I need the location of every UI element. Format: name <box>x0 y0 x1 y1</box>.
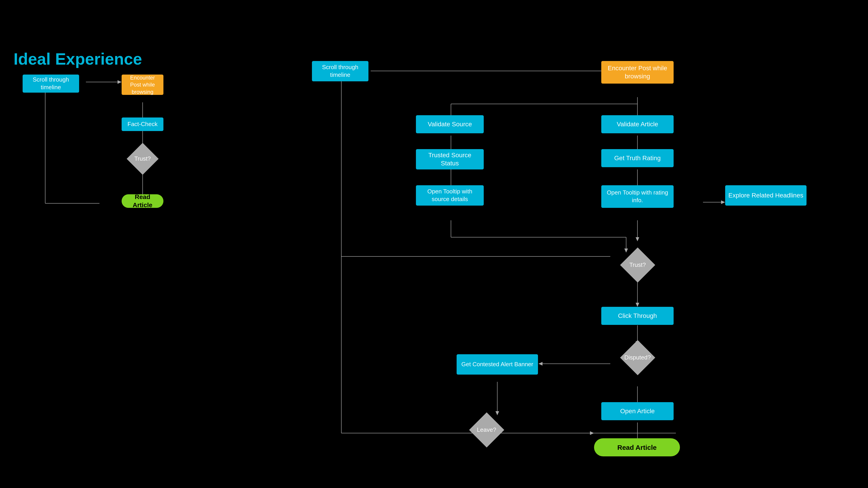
right-disputed-label: Disputed? <box>624 354 651 361</box>
right-trust-diamond-wrapper: Trust? <box>621 249 654 281</box>
left-trust-label: Trust? <box>134 155 151 162</box>
left-read-article: Read Article <box>122 194 163 208</box>
flowchart-container: Ideal Experience Scroll through timeline… <box>0 0 868 488</box>
right-encounter-post: Encounter Post while browsing <box>601 61 674 84</box>
left-scroll-timeline: Scroll through timeline <box>23 74 79 93</box>
left-encounter-post: Encounter Post while browsing <box>122 74 163 95</box>
right-open-article: Open Article <box>601 402 674 420</box>
right-open-tooltip-rating: Open Tooltip with rating info. <box>601 185 674 208</box>
right-get-truth-rating: Get Truth Rating <box>601 149 674 167</box>
right-scroll-timeline: Scroll through timeline <box>312 61 368 81</box>
right-explore-related: Explore Related Headlines <box>725 185 807 205</box>
svg-marker-31 <box>721 200 725 204</box>
connections-svg <box>0 0 868 488</box>
right-trust-label: Trust? <box>629 261 646 268</box>
svg-marker-53 <box>590 431 594 435</box>
right-leave-diamond-wrapper: Leave? <box>470 414 503 446</box>
left-trust-diamond-wrapper: Trust? <box>128 144 157 173</box>
svg-marker-45 <box>538 362 542 365</box>
right-get-contested: Get Contested Alert Banner <box>457 354 538 375</box>
right-open-tooltip-source: Open Tooltip with source details <box>416 185 484 205</box>
right-validate-source: Validate Source <box>416 115 484 133</box>
right-trusted-source: Trusted Source Status <box>416 149 484 169</box>
right-leave-label: Leave? <box>477 426 496 433</box>
svg-marker-1 <box>118 80 122 84</box>
right-validate-article: Validate Article <box>601 115 674 133</box>
svg-marker-41 <box>636 303 639 307</box>
right-disputed-diamond-wrapper: Disputed? <box>621 341 654 374</box>
ideal-experience-title: Ideal Experience <box>13 50 142 68</box>
right-read-article: Read Article <box>594 438 680 456</box>
svg-marker-35 <box>636 237 639 241</box>
left-fact-check: Fact-Check <box>122 118 163 131</box>
right-click-through: Click Through <box>601 307 674 325</box>
